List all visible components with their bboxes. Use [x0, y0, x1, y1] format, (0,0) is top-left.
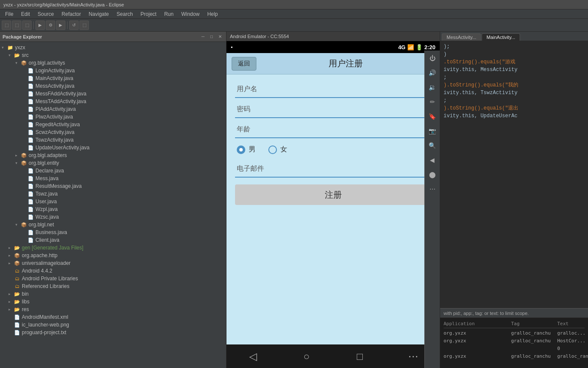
log-area: with pid:, app:, tag: or text: to limit … [440, 308, 588, 368]
android-nav-bar: ◁ ○ □ ⋯ [226, 344, 440, 368]
tree-item-AndroidManifest[interactable]: 📄AndroidManifest.xml [0, 313, 226, 321]
menu-window[interactable]: Window [178, 10, 203, 18]
tree-item-src[interactable]: ▾📂src [0, 51, 226, 59]
log-col-headers: Application Tag Text [444, 320, 585, 328]
tree-item-org.apache.http[interactable]: ▸📦org.apache.http [0, 252, 226, 259]
rotate-button[interactable]: ✏ [426, 96, 438, 108]
password-field[interactable]: 密码 [235, 101, 431, 118]
toolbar-btn-2[interactable]: ⬚ [12, 21, 21, 30]
register-button[interactable]: 注册 [235, 184, 431, 205]
panel-maximize[interactable]: □ [208, 33, 215, 40]
toolbar-btn-5[interactable]: ⚙ [46, 21, 55, 30]
toolbar-btn-1[interactable]: ⬚ [2, 21, 11, 30]
tree-item-Client[interactable]: 📄Client.java [0, 236, 226, 244]
tree-item-ic_launcher[interactable]: 📄ic_launcher-web.png [0, 321, 226, 329]
tree-item-org.blgl.entity[interactable]: ▾📦org.blgl.entity [0, 159, 226, 167]
power-button[interactable]: ⏻ [426, 52, 438, 64]
menu-run[interactable]: Run [161, 10, 177, 18]
tree-item-MessFAddActivity[interactable]: 📄MessFAddActivity.java [0, 90, 226, 98]
age-field[interactable]: 年龄 [235, 122, 431, 138]
tree-item-LoginActivity[interactable]: 📄LoginActivity.java [0, 67, 226, 74]
tree-item-universalimageloader[interactable]: ▸📦universalimageloader [0, 259, 226, 267]
camera-button[interactable]: 📷 [426, 125, 438, 137]
nav-back[interactable]: ◁ [242, 346, 264, 367]
nav-home[interactable]: ○ [296, 346, 317, 367]
female-radio[interactable] [268, 145, 277, 154]
email-field[interactable]: 电子邮件 [235, 161, 431, 178]
more-button[interactable]: ⋯ [426, 183, 438, 195]
log-row-2: 0 [444, 344, 585, 352]
back-ctrl-button[interactable]: ◀ [426, 154, 438, 166]
toolbar-btn-6[interactable]: ▶ [56, 21, 65, 30]
vol-down-button[interactable]: 🔉 [426, 81, 438, 93]
tree-item-org.blgl.adapters[interactable]: ▸📦org.blgl.adapters [0, 151, 226, 159]
tree-item-Wzpl[interactable]: 📄Wzpl.java [0, 205, 226, 213]
app-title: 用户注册 [256, 58, 435, 69]
menu-help[interactable]: Help [204, 10, 221, 18]
tree-item-PlAddActivity[interactable]: 📄PlAddActivity.java [0, 105, 226, 113]
female-option[interactable]: 女 [268, 145, 287, 154]
toolbar-btn-3[interactable]: ⬚ [22, 21, 32, 30]
toolbar-btn-4[interactable]: ▶ [35, 21, 45, 30]
tree-item-bin[interactable]: ▸📂bin [0, 290, 226, 298]
circle-button[interactable]: ⬤ [426, 169, 438, 181]
code-line-9: ivity.this, UpdateUserAc [444, 112, 585, 120]
tree-item-TswzActivity[interactable]: 📄TswzActivity.java [0, 136, 226, 144]
tree-item-Business[interactable]: 📄Business.java [0, 229, 226, 236]
signal-icon: 📶 [407, 44, 414, 50]
menu-edit[interactable]: Edit [18, 10, 33, 18]
menu-refactor[interactable]: Refactor [58, 10, 84, 18]
tree-item-MainActivity[interactable]: 📄MainActivity.java [0, 74, 226, 82]
vol-up-button[interactable]: 🔊 [426, 67, 438, 79]
menu-search[interactable]: Search [113, 10, 136, 18]
code-line-8: ).toString().equals("退出 [444, 104, 585, 112]
tree-item-ResultMessage[interactable]: 📄ResultMessage.java [0, 182, 226, 190]
nav-menu[interactable]: ⋯ [403, 346, 424, 367]
tree-item-Wzsc[interactable]: 📄Wzsc.java [0, 213, 226, 221]
menu-source[interactable]: Source [34, 10, 57, 18]
tree-item-gen[interactable]: ▸📂gen [Generated Java Files] [0, 244, 226, 252]
tree-container: ▾📁yxzx▾📂src▾📦org.blgl.activitys 📄LoginAc… [0, 42, 226, 368]
male-option[interactable]: 男 [237, 145, 256, 154]
tree-item-RegeditActivity[interactable]: 📄RegeditActivity.java [0, 121, 226, 128]
tree-item-yxzx[interactable]: ▾📁yxzx [0, 44, 226, 51]
network-indicator: 4G [398, 44, 406, 50]
zoom-button[interactable]: 🔍 [426, 139, 438, 151]
tree-item-ScwzActivity[interactable]: 📄ScwzActivity.java [0, 128, 226, 136]
male-radio[interactable] [237, 145, 245, 154]
bookmark-button[interactable]: 🔖 [426, 110, 438, 122]
tree-item-PlwzActivity[interactable]: 📄PlwzActivity.java [0, 113, 226, 121]
menu-navigate[interactable]: Navigate [85, 10, 112, 18]
toolbar-btn-8[interactable]: ⬚ [79, 21, 89, 30]
menu-file[interactable]: File [2, 10, 17, 18]
tree-item-Tswz[interactable]: 📄Tswz.java [0, 190, 226, 198]
menu-project[interactable]: Project [137, 10, 160, 18]
tab-main-activity[interactable]: MainActivity... [482, 33, 520, 41]
main-content: Package Explorer ─ □ ✕ ▾📁yxzx▾📂src▾📦org.… [0, 32, 588, 368]
emulator-panel: Android Emulator - CC:5554 ▪ 4G 📶 🔋 2:20 [226, 32, 440, 368]
tree-item-libs[interactable]: ▸📂libs [0, 298, 226, 306]
back-button[interactable]: 返回 [232, 57, 256, 71]
status-right: 4G 📶 🔋 2:20 [398, 44, 435, 50]
battery-icon: 🔋 [416, 44, 423, 50]
tree-item-User[interactable]: 📄User.java [0, 198, 226, 205]
tree-item-org.blgl.activitys[interactable]: ▾📦org.blgl.activitys [0, 59, 226, 67]
tree-item-ReferencedLibraries[interactable]: 🗂Referenced Libraries [0, 282, 226, 290]
tree-item-UpdateUserActivity[interactable]: 📄UpdateUserActivity.java [0, 144, 226, 151]
tree-item-MessActivity[interactable]: 📄MessActivity.java [0, 82, 226, 90]
tree-item-org.blgl.net[interactable]: ▾📦org.blgl.net [0, 221, 226, 229]
log-row-0: org.yxzxgralloc_ranchugralloc... [444, 329, 585, 337]
panel-minimize[interactable]: ─ [200, 33, 206, 40]
nav-recents[interactable]: □ [349, 346, 370, 367]
tab-mess-activity[interactable]: MessActivity... [442, 33, 481, 41]
tree-item-MessTAddActivity[interactable]: 📄MessTAddActivity.java [0, 98, 226, 105]
tree-item-proguard[interactable]: 📄proguard-project.txt [0, 329, 226, 336]
tree-item-res[interactable]: ▸📂res [0, 306, 226, 313]
toolbar-btn-7[interactable]: ↺ [69, 21, 79, 30]
username-field[interactable]: 用户名 [235, 81, 431, 98]
tree-item-Android442[interactable]: 🗂Android 4.4.2 [0, 267, 226, 275]
panel-close[interactable]: ✕ [217, 33, 223, 40]
tree-item-AndroidPrivate[interactable]: 🗂Android Private Libraries [0, 275, 226, 282]
tree-item-Declare[interactable]: 📄Declare.java [0, 167, 226, 175]
tree-item-Mess[interactable]: 📄Mess.java [0, 175, 226, 182]
